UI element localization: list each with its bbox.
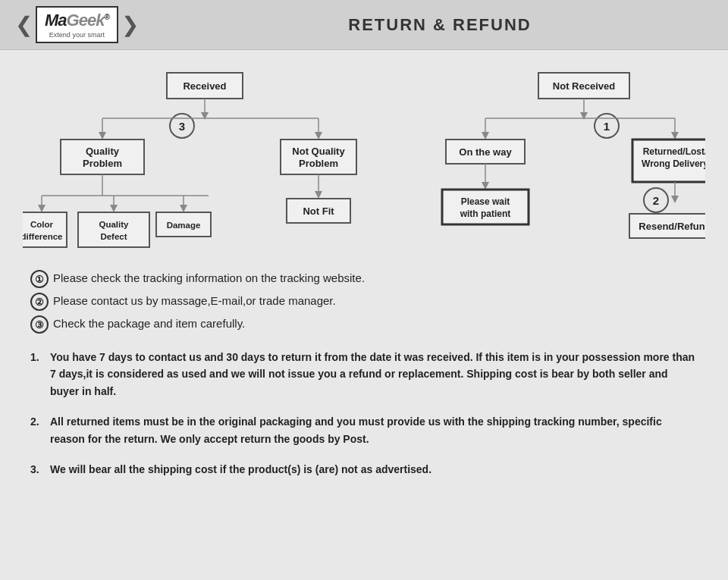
note-item-3: ③ Check the package and item carefully.: [30, 315, 698, 334]
note-text-2: Please contact us by massage,E-mail,or t…: [53, 293, 336, 309]
note-text-3: Check the package and item carefully.: [53, 315, 245, 331]
svg-text:difference: difference: [23, 232, 62, 241]
rule-num-2: 2.: [30, 413, 46, 447]
svg-marker-20: [38, 205, 46, 212]
right-arrow-icon: ❯: [121, 14, 139, 36]
note-circle-3: ③: [30, 315, 49, 334]
logo-text: MaGeek®: [45, 11, 109, 30]
notes-section: ① Please check the tracking information …: [23, 270, 705, 334]
svg-marker-8: [99, 132, 106, 140]
logo-tagline: Extend your smart: [49, 31, 105, 39]
rule-text-2: All returned items must be in the origin…: [50, 413, 698, 447]
svg-marker-30: [180, 205, 187, 212]
svg-text:with patient: with patient: [460, 208, 511, 219]
svg-text:Returned/Lost/: Returned/Lost/: [643, 146, 705, 157]
svg-text:Color: Color: [30, 220, 54, 229]
svg-rect-21: [23, 212, 67, 247]
svg-text:Please wait: Please wait: [461, 196, 510, 207]
rule-item-2: 2. All returned items must be in the ori…: [30, 413, 698, 447]
svg-text:Not  Received: Not Received: [553, 80, 615, 92]
svg-text:Defect: Defect: [100, 232, 127, 241]
note-circle-2: ②: [30, 293, 49, 311]
svg-marker-25: [110, 205, 118, 212]
svg-text:Quality: Quality: [99, 220, 130, 229]
svg-text:2: 2: [653, 194, 659, 207]
svg-text:1: 1: [604, 120, 610, 133]
logo-box: MaGeek® Extend your smart: [36, 6, 118, 43]
note-text-1: Please check the tracking information on…: [53, 270, 365, 286]
svg-text:Problem: Problem: [83, 158, 122, 169]
svg-text:3: 3: [179, 120, 185, 133]
svg-marker-61: [671, 196, 679, 203]
svg-text:Received: Received: [183, 80, 226, 92]
svg-text:Damage: Damage: [167, 221, 201, 230]
main-content: Received 3 Quality Problem Not Quality P…: [0, 50, 728, 506]
svg-text:Problem: Problem: [299, 158, 338, 169]
page-title: RETURN & REFUND: [167, 15, 713, 35]
svg-marker-45: [482, 132, 489, 140]
logo-area: ❮ MaGeek® Extend your smart ❯: [15, 6, 167, 43]
svg-rect-26: [78, 212, 149, 247]
rule-item-3: 3. We will bear all the shipping cost if…: [30, 461, 698, 478]
rules-section: 1. You have 7 days to contact us and 30 …: [23, 349, 705, 478]
note-item-2: ② Please contact us by massage,E-mail,or…: [30, 293, 698, 311]
note-circle-1: ①: [30, 270, 49, 288]
rule-num-3: 3.: [30, 461, 46, 478]
svg-text:On the way: On the way: [459, 146, 512, 158]
svg-text:Resend/Refund: Resend/Refund: [639, 221, 705, 232]
header: ❮ MaGeek® Extend your smart ❯ RETURN & R…: [0, 0, 728, 50]
left-arrow-icon: ❮: [15, 14, 33, 36]
rule-num-1: 1.: [30, 349, 46, 400]
svg-text:Quality: Quality: [86, 146, 120, 157]
rule-text-3: We will bear all the shipping cost if th…: [50, 461, 431, 478]
svg-text:Not Quality: Not Quality: [292, 146, 345, 157]
svg-text:Wrong Delivery: Wrong Delivery: [642, 158, 705, 169]
svg-marker-34: [315, 191, 322, 199]
rule-text-1: You have 7 days to contact us and 30 day…: [50, 349, 698, 400]
rule-item-1: 1. You have 7 days to contact us and 30 …: [30, 349, 698, 400]
flowchart-diagram: Received 3 Quality Problem Not Quality P…: [23, 65, 705, 262]
svg-rect-11: [61, 140, 144, 174]
svg-rect-57: [442, 190, 529, 224]
svg-marker-10: [315, 132, 322, 140]
svg-rect-14: [281, 140, 356, 174]
svg-text:Not Fit: Not Fit: [303, 205, 334, 217]
note-item-1: ① Please check the tracking information …: [30, 270, 698, 288]
